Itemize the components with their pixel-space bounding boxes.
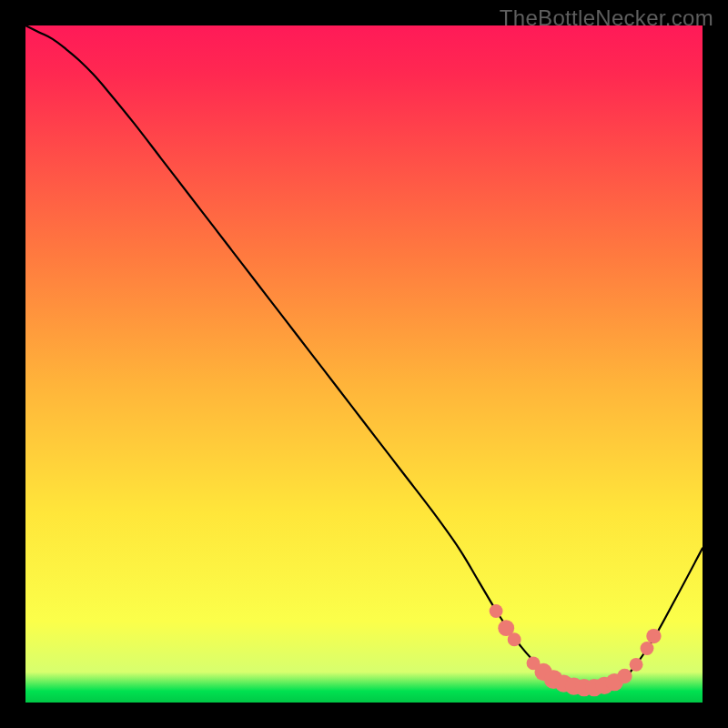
curve-marker (630, 658, 643, 672)
bottleneck-curve (25, 25, 703, 688)
curve-marker (490, 604, 503, 618)
chart-container: TheBottleNecker.com (0, 0, 728, 728)
curve-marker (641, 642, 654, 655)
plot-area (25, 25, 703, 703)
watermark-text: TheBottleNecker.com (500, 5, 713, 31)
curve-layer (25, 25, 703, 703)
curve-marker (508, 632, 521, 646)
curve-markers (490, 604, 662, 696)
curve-marker (646, 629, 661, 643)
curve-marker (617, 669, 632, 683)
